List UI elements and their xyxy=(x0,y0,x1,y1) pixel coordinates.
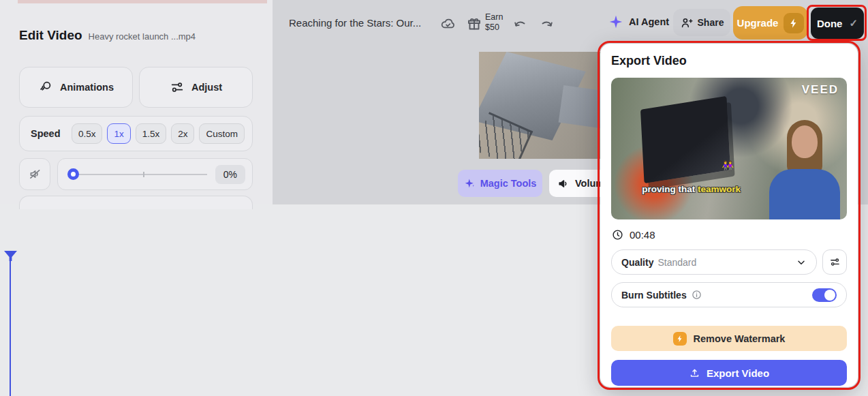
speed-card: Speed 0.5x 1x 1.5x 2x Custom xyxy=(19,116,253,151)
sparkle-icon xyxy=(608,14,623,29)
burn-subtitles-toggle[interactable] xyxy=(812,288,837,302)
volume-value: 0% xyxy=(215,165,245,184)
chevron-down-icon xyxy=(796,257,807,268)
export-video-panel: Export Video VEED 👭 proving that teamwor… xyxy=(600,44,858,387)
export-video-label: Export Video xyxy=(707,367,769,379)
ai-agent-button[interactable]: AI Agent xyxy=(608,14,669,29)
caption-text: proving that xyxy=(642,184,698,194)
volume-slider-track[interactable] xyxy=(79,174,207,175)
sliders-icon xyxy=(170,80,185,95)
ai-agent-label: AI Agent xyxy=(629,16,669,27)
upgrade-label: Upgrade xyxy=(737,17,779,29)
playhead-line xyxy=(10,260,11,396)
redo-icon[interactable] xyxy=(538,16,555,33)
caption-highlight: teamwork xyxy=(698,184,741,194)
speed-option-2x[interactable]: 2x xyxy=(171,123,194,144)
animations-label: Animations xyxy=(60,82,114,93)
magic-tools-label: Magic Tools xyxy=(480,178,537,189)
share-label: Share xyxy=(698,17,724,28)
cloud-check-icon xyxy=(440,16,456,32)
speaker-muted-icon xyxy=(28,167,42,181)
adjust-label: Adjust xyxy=(191,82,222,93)
subtitle-caption: proving that teamwork xyxy=(611,184,771,194)
sparkle-icon xyxy=(464,178,476,189)
advanced-settings-button[interactable] xyxy=(822,249,847,275)
speed-option-custom[interactable]: Custom xyxy=(199,123,245,144)
quality-dropdown[interactable]: Quality Standard xyxy=(611,249,817,275)
upgrade-button[interactable]: Upgrade xyxy=(733,6,808,40)
check-icon: ✓ xyxy=(849,17,858,29)
presenter-body xyxy=(769,169,840,219)
undo-icon[interactable] xyxy=(512,16,529,33)
top-strip xyxy=(18,0,267,3)
volume-slider-card: 0% xyxy=(57,158,253,190)
gift-icon[interactable] xyxy=(466,15,482,31)
veed-watermark: VEED xyxy=(802,83,839,97)
remove-watermark-label: Remove Watermark xyxy=(694,333,786,344)
bolt-icon xyxy=(673,332,687,346)
speed-option-1.5x[interactable]: 1.5x xyxy=(136,123,167,144)
speed-option-0.5x[interactable]: 0.5x xyxy=(72,123,103,144)
info-icon[interactable] xyxy=(692,290,807,300)
quality-label: Quality xyxy=(621,257,653,268)
volume-slider-handle[interactable] xyxy=(67,168,79,180)
adjust-button[interactable]: Adjust xyxy=(139,67,253,108)
presenter-figure xyxy=(766,120,842,219)
remove-watermark-button[interactable]: Remove Watermark xyxy=(611,326,847,351)
caption-emoji: 👭 xyxy=(722,160,734,171)
done-label: Done xyxy=(817,18,843,29)
export-video-button[interactable]: Export Video xyxy=(611,360,847,386)
duration-row: 00:48 xyxy=(612,229,655,241)
export-video-thumbnail: VEED 👭 proving that teamwork xyxy=(611,78,847,219)
speed-label: Speed xyxy=(31,128,67,139)
edit-video-panel: Edit Video Heavy rocket launch ...mp4 An… xyxy=(0,0,273,204)
slider-center-notch xyxy=(143,172,144,177)
animations-button[interactable]: Animations xyxy=(19,67,133,108)
quality-value: Standard xyxy=(657,257,792,268)
sliders-icon xyxy=(829,256,841,268)
panel-title-row: Edit Video Heavy rocket launch ...mp4 xyxy=(19,28,196,43)
burn-subtitles-row: Burn Subtitles xyxy=(611,282,847,307)
upload-icon xyxy=(689,367,700,379)
bolt-icon xyxy=(784,13,804,33)
speed-option-1x[interactable]: 1x xyxy=(107,123,130,144)
duration-value: 00:48 xyxy=(630,229,655,241)
speaker-icon xyxy=(557,177,570,190)
share-person-icon xyxy=(680,16,693,29)
animations-icon xyxy=(38,80,53,95)
filename-label: Heavy rocket launch ...mp4 xyxy=(89,31,196,42)
magic-tools-button[interactable]: Magic Tools xyxy=(458,170,542,197)
project-title[interactable]: Reaching for the Stars: Our... xyxy=(289,17,421,29)
mute-button[interactable] xyxy=(19,158,50,190)
done-button[interactable]: Done ✓ xyxy=(811,7,864,39)
earn-line1: Earn xyxy=(485,12,503,22)
clock-icon xyxy=(612,229,623,241)
page-title: Edit Video xyxy=(19,28,82,43)
partial-card xyxy=(19,196,253,209)
earn-line2: $50 xyxy=(485,22,503,33)
presenter-face xyxy=(792,125,818,158)
laptop-shape xyxy=(640,96,730,184)
burn-subtitles-label: Burn Subtitles xyxy=(621,290,687,301)
share-button[interactable]: Share xyxy=(673,9,730,36)
earn-offer[interactable]: Earn $50 xyxy=(485,12,503,33)
export-panel-title: Export Video xyxy=(611,54,687,68)
